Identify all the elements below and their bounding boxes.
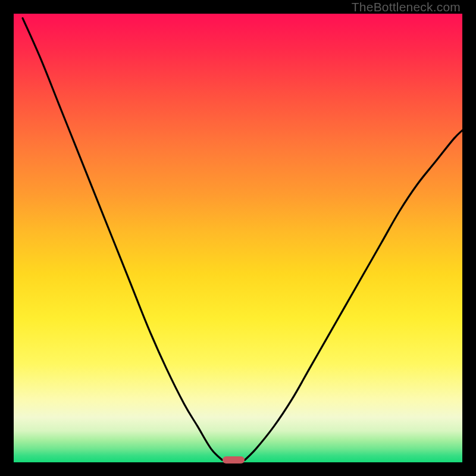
right-curve	[245, 130, 462, 460]
left-curve	[23, 18, 223, 461]
bottleneck-marker	[223, 456, 245, 464]
curve-layer	[14, 14, 462, 462]
plot-area	[14, 14, 462, 462]
watermark-text: TheBottleneck.com	[352, 0, 461, 14]
chart-frame: TheBottleneck.com	[0, 0, 476, 476]
